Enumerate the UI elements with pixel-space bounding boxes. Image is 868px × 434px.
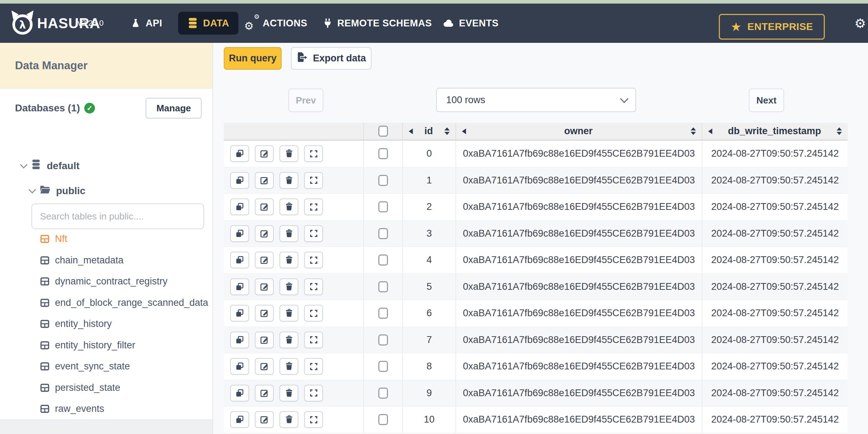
clone-row-button[interactable]	[230, 198, 249, 215]
collapse-column-icon[interactable]	[708, 128, 712, 134]
run-query-button[interactable]: Run query	[224, 47, 282, 70]
sidebar-table-item[interactable]: ƒx chain_metadata	[0, 250, 212, 271]
sidebar-scrollbar[interactable]	[0, 419, 212, 434]
edit-row-button[interactable]	[255, 332, 274, 348]
sort-icon[interactable]	[837, 127, 842, 135]
nav-item-actions[interactable]: ⚙⚙ ACTIONS	[246, 4, 307, 43]
sort-icon[interactable]	[444, 127, 450, 135]
delete-row-button[interactable]	[279, 278, 298, 295]
header-owner[interactable]: owner	[456, 123, 702, 140]
sidebar-table-item[interactable]: ƒx entity_history_filter	[0, 335, 212, 356]
expand-row-button[interactable]	[304, 411, 323, 428]
nav-label: DATA	[203, 18, 229, 29]
tree-node-schema[interactable]: public	[29, 185, 85, 197]
edit-icon	[260, 362, 269, 371]
sidebar-table-item[interactable]: ƒx raw_events	[0, 398, 212, 420]
row-checkbox[interactable]	[378, 228, 388, 239]
settings-gear-icon[interactable]: ⚙	[854, 16, 868, 31]
tree-node-database[interactable]: default	[20, 159, 80, 172]
row-checkbox[interactable]	[378, 414, 388, 425]
export-data-button[interactable]: Export data	[291, 47, 372, 70]
chevron-down-icon[interactable]	[29, 186, 36, 193]
edit-row-button[interactable]	[255, 198, 274, 215]
expand-row-button[interactable]	[304, 145, 323, 162]
edit-row-button[interactable]	[255, 252, 274, 268]
collapse-column-icon[interactable]	[462, 128, 466, 134]
sidebar-table-item[interactable]: ƒx Nft	[0, 228, 212, 250]
manage-button[interactable]: Manage	[146, 98, 202, 118]
clone-row-button[interactable]	[230, 225, 249, 242]
clone-row-button[interactable]	[230, 278, 249, 295]
search-input[interactable]	[31, 203, 204, 229]
expand-row-button[interactable]	[304, 252, 323, 268]
delete-row-button[interactable]	[279, 385, 298, 402]
row-checkbox[interactable]	[378, 254, 388, 266]
clone-row-button[interactable]	[230, 411, 249, 428]
expand-icon	[309, 362, 318, 371]
clone-row-button[interactable]	[230, 305, 249, 322]
edit-row-button[interactable]	[255, 358, 274, 375]
expand-row-button[interactable]	[304, 172, 323, 189]
row-checkbox[interactable]	[378, 388, 388, 399]
collapse-column-icon[interactable]	[409, 128, 413, 134]
delete-row-button[interactable]	[279, 411, 298, 428]
row-checkbox[interactable]	[378, 175, 388, 186]
expand-row-button[interactable]	[304, 385, 323, 402]
row-checkbox[interactable]	[378, 281, 388, 292]
enterprise-button[interactable]: ★ ENTERPRISE	[719, 14, 825, 40]
expand-row-button[interactable]	[304, 358, 323, 375]
delete-row-button[interactable]	[279, 225, 298, 242]
sidebar-table-item[interactable]: ƒx dynamic_contract_registry	[0, 271, 212, 292]
table-body: 0 0xaBA7161A7fb69c88e16ED9f455CE62B791EE…	[224, 141, 848, 433]
prev-page-button[interactable]: Prev	[288, 89, 323, 112]
delete-row-button[interactable]	[279, 145, 298, 162]
edit-row-button[interactable]	[255, 172, 274, 189]
row-checkbox[interactable]	[378, 308, 388, 319]
next-page-button[interactable]: Next	[749, 89, 784, 112]
select-all-checkbox[interactable]	[378, 126, 388, 137]
edit-row-button[interactable]	[255, 411, 274, 428]
edit-row-button[interactable]	[255, 305, 274, 322]
delete-row-button[interactable]	[279, 172, 298, 189]
edit-row-button[interactable]	[255, 278, 274, 295]
delete-row-button[interactable]	[279, 305, 298, 322]
clone-row-button[interactable]	[230, 145, 249, 162]
nav-item-api[interactable]: API	[131, 4, 162, 43]
hasura-logo-icon[interactable]: λ	[9, 10, 36, 36]
row-checkbox[interactable]	[378, 361, 388, 372]
delete-row-button[interactable]	[279, 358, 298, 375]
sidebar-table-item[interactable]: ƒx event_sync_state	[0, 356, 212, 377]
clone-row-button[interactable]	[230, 358, 249, 375]
edit-row-button[interactable]	[255, 145, 274, 162]
delete-row-button[interactable]	[279, 252, 298, 268]
row-checkbox[interactable]	[378, 334, 388, 345]
expand-row-button[interactable]	[304, 305, 323, 322]
expand-row-button[interactable]	[304, 332, 323, 348]
clone-row-button[interactable]	[230, 252, 249, 268]
nav-item-remote-schemas[interactable]: REMOTE SCHEMAS	[323, 4, 432, 43]
nav-item-events[interactable]: EVENTS	[443, 4, 499, 43]
edit-row-button[interactable]	[255, 385, 274, 402]
edit-row-button[interactable]	[255, 225, 274, 242]
header-id[interactable]: id	[403, 123, 456, 140]
sidebar-table-item[interactable]: ƒx persisted_state	[0, 377, 212, 399]
header-db-write-timestamp[interactable]: db_write_timestamp	[702, 123, 848, 140]
row-checkbox[interactable]	[378, 148, 388, 159]
row-checkbox[interactable]	[378, 201, 388, 212]
table-row: 9 0xaBA7161A7fb69c88e16ED9f455CE62B791EE…	[224, 380, 848, 407]
page-size-select[interactable]: 100 rows	[436, 88, 636, 112]
expand-row-button[interactable]	[304, 198, 323, 215]
delete-row-button[interactable]	[279, 198, 298, 215]
clone-row-button[interactable]	[230, 332, 249, 348]
edit-icon	[260, 229, 269, 238]
clone-row-button[interactable]	[230, 385, 249, 402]
expand-row-button[interactable]	[304, 278, 323, 295]
chevron-down-icon[interactable]	[20, 161, 27, 168]
delete-row-button[interactable]	[279, 332, 298, 348]
nav-item-data[interactable]: DATA	[178, 12, 238, 35]
expand-row-button[interactable]	[304, 225, 323, 242]
clone-row-button[interactable]	[230, 172, 249, 189]
sidebar-table-item[interactable]: ƒx entity_history	[0, 313, 212, 335]
sidebar-table-item[interactable]: ƒx end_of_block_range_scanned_data	[0, 292, 212, 314]
sort-icon[interactable]	[691, 127, 696, 135]
